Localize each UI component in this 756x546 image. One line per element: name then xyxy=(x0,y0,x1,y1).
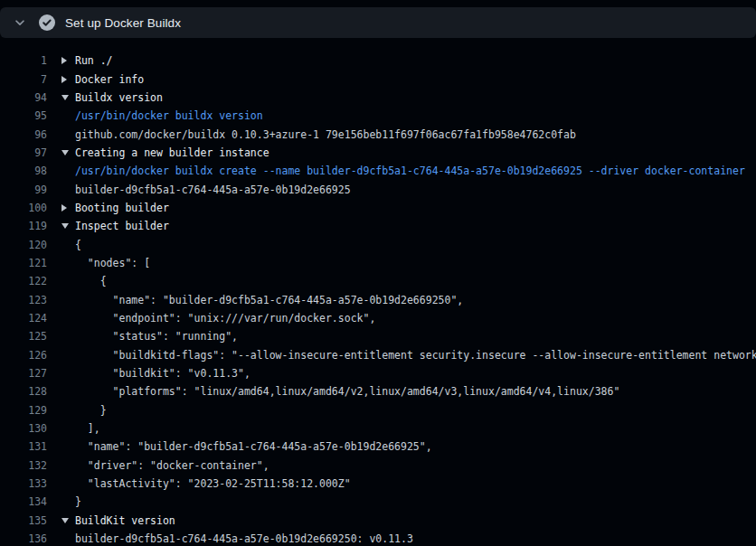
line-number[interactable]: 130 xyxy=(0,422,47,435)
output-text: "name": "builder-d9cfb5a1-c764-445a-a57e… xyxy=(75,294,463,306)
output-text: "nodes": [ xyxy=(75,257,150,269)
output-text: { xyxy=(75,275,107,287)
line-number[interactable]: 94 xyxy=(0,91,47,104)
line-content: { xyxy=(47,239,756,251)
line-number[interactable]: 125 xyxy=(0,330,47,343)
triangle-collapsed-icon[interactable] xyxy=(61,204,67,212)
log-group-row[interactable]: 1Run ./ xyxy=(0,52,756,70)
log-line: 96github.com/docker/buildx 0.10.3+azure-… xyxy=(0,125,756,143)
log-line: 128 "platforms": "linux/amd64,linux/amd6… xyxy=(0,382,756,400)
line-number[interactable]: 127 xyxy=(0,367,47,380)
step-header[interactable]: Set up Docker Buildx xyxy=(0,7,756,38)
line-content: Docker info xyxy=(47,73,756,86)
log-line: 126 "buildkitd-flags": "--allow-insecure… xyxy=(0,346,756,364)
log-group-row[interactable]: 7Docker info xyxy=(0,70,756,88)
log-group-row[interactable]: 135BuildKit version xyxy=(0,512,756,530)
group-title: BuildKit version xyxy=(75,514,175,527)
group-toggle[interactable] xyxy=(61,204,75,212)
log-line: 133 "lastActivity": "2023-02-25T11:58:12… xyxy=(0,475,756,493)
line-number[interactable]: 1 xyxy=(0,54,47,67)
line-content: Booting builder xyxy=(47,202,756,214)
log-group-row[interactable]: 94Buildx version xyxy=(0,89,756,107)
line-number[interactable]: 98 xyxy=(0,165,47,177)
line-content: /usr/bin/docker buildx version xyxy=(47,109,756,122)
group-toggle[interactable] xyxy=(61,150,75,155)
line-number[interactable]: 120 xyxy=(0,239,47,251)
output-text: "platforms": "linux/amd64,linux/amd64/v2… xyxy=(75,385,619,398)
line-number[interactable]: 121 xyxy=(0,257,47,269)
line-content: builder-d9cfb5a1-c764-445a-a57e-0b19d2e6… xyxy=(47,184,756,196)
log-group-row[interactable]: 97Creating a new builder instance xyxy=(0,144,756,162)
output-text: "status": "running", xyxy=(75,330,238,343)
log-line: 131 "name": "builder-d9cfb5a1-c764-445a-… xyxy=(0,438,756,456)
line-number[interactable]: 136 xyxy=(0,532,47,545)
group-title: Run ./ xyxy=(75,54,113,67)
group-toggle[interactable] xyxy=(61,223,75,229)
log-line: 125 "status": "running", xyxy=(0,327,756,345)
line-content: "buildkitd-flags": "--allow-insecure-ent… xyxy=(47,349,756,362)
line-number[interactable]: 122 xyxy=(0,275,47,287)
triangle-collapsed-icon[interactable] xyxy=(61,57,67,64)
log-line: 134} xyxy=(0,493,756,511)
triangle-collapsed-icon[interactable] xyxy=(61,76,67,83)
log-line: 129 } xyxy=(0,401,756,419)
output-text: github.com/docker/buildx 0.10.3+azure-1 … xyxy=(75,128,576,141)
output-text: } xyxy=(75,495,81,508)
line-number[interactable]: 124 xyxy=(0,312,47,325)
line-content: "name": "builder-d9cfb5a1-c764-445a-a57e… xyxy=(47,440,756,453)
group-toggle[interactable] xyxy=(61,76,75,83)
line-number[interactable]: 128 xyxy=(0,385,47,398)
line-number[interactable]: 99 xyxy=(0,184,47,196)
group-toggle[interactable] xyxy=(61,95,75,100)
triangle-expanded-icon[interactable] xyxy=(61,95,69,100)
line-number[interactable]: 129 xyxy=(0,404,47,417)
log-line: 136builder-d9cfb5a1-c764-445a-a57e-0b19d… xyxy=(0,530,756,546)
command-text: /usr/bin/docker buildx create --name bui… xyxy=(75,165,745,177)
line-number[interactable]: 96 xyxy=(0,128,47,141)
triangle-expanded-icon[interactable] xyxy=(61,518,69,523)
line-number[interactable]: 135 xyxy=(0,514,47,527)
log-line: 127 "buildkit": "v0.11.3", xyxy=(0,364,756,382)
line-number[interactable]: 123 xyxy=(0,294,47,306)
group-title: Creating a new builder instance xyxy=(75,146,269,159)
log-viewer: 1Run ./7Docker info94Buildx version95/us… xyxy=(0,38,756,546)
line-content: Buildx version xyxy=(47,91,756,104)
line-number[interactable]: 126 xyxy=(0,349,47,362)
log-line: 121 "nodes": [ xyxy=(0,254,756,272)
output-text: "lastActivity": "2023-02-25T11:58:12.000… xyxy=(75,477,351,490)
output-text: { xyxy=(75,239,81,251)
group-toggle[interactable] xyxy=(61,518,75,523)
triangle-expanded-icon[interactable] xyxy=(61,223,69,229)
group-title: Docker info xyxy=(75,73,144,86)
line-content: builder-d9cfb5a1-c764-445a-a57e-0b19d2e6… xyxy=(47,532,756,545)
line-content: "platforms": "linux/amd64,linux/amd64/v2… xyxy=(47,385,756,398)
line-content: BuildKit version xyxy=(47,514,756,527)
output-text: "buildkitd-flags": "--allow-insecure-ent… xyxy=(75,349,756,362)
log-group-row[interactable]: 100Booting builder xyxy=(0,199,756,217)
triangle-expanded-icon[interactable] xyxy=(61,150,69,155)
log-line: 98/usr/bin/docker buildx create --name b… xyxy=(0,162,756,180)
line-number[interactable]: 133 xyxy=(0,477,47,490)
output-text: "name": "builder-d9cfb5a1-c764-445a-a57e… xyxy=(75,440,432,453)
log-group-row[interactable]: 119Inspect builder xyxy=(0,217,756,235)
output-text: builder-d9cfb5a1-c764-445a-a57e-0b19d2e6… xyxy=(75,532,413,545)
line-number[interactable]: 131 xyxy=(0,440,47,453)
line-number[interactable]: 97 xyxy=(0,146,47,159)
line-number[interactable]: 132 xyxy=(0,459,47,472)
group-toggle[interactable] xyxy=(61,57,75,64)
line-number[interactable]: 134 xyxy=(0,495,47,508)
line-content: "status": "running", xyxy=(47,330,756,343)
output-text: "buildkit": "v0.11.3", xyxy=(75,367,250,380)
line-content: github.com/docker/buildx 0.10.3+azure-1 … xyxy=(47,128,756,141)
group-title: Booting builder xyxy=(75,202,169,214)
line-number[interactable]: 7 xyxy=(0,73,47,86)
line-number[interactable]: 100 xyxy=(0,202,47,214)
log-line: 122 { xyxy=(0,272,756,290)
line-number[interactable]: 119 xyxy=(0,220,47,232)
line-number[interactable]: 95 xyxy=(0,109,47,122)
line-content: { xyxy=(47,275,756,287)
chevron-down-icon[interactable] xyxy=(13,15,27,30)
line-content: "buildkit": "v0.11.3", xyxy=(47,367,756,380)
line-content: ], xyxy=(47,422,756,435)
line-content: /usr/bin/docker buildx create --name bui… xyxy=(47,165,756,177)
